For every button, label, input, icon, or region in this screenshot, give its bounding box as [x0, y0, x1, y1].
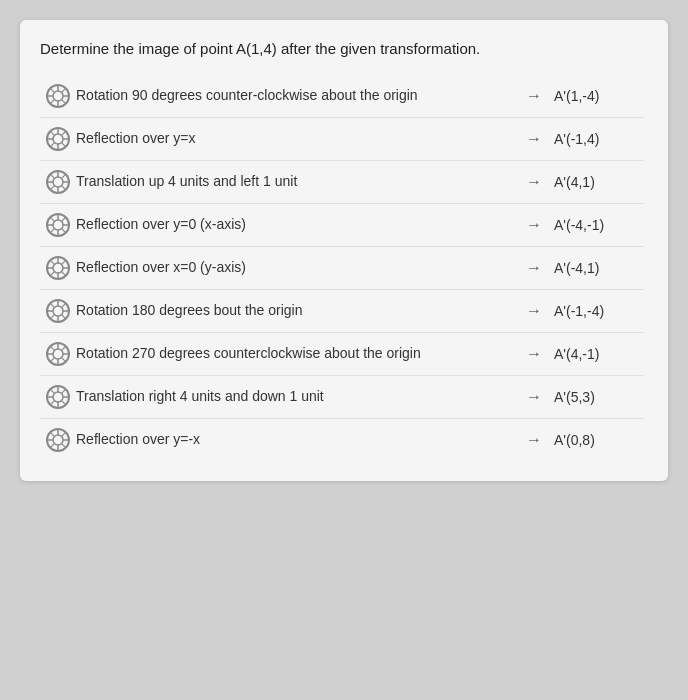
- svg-point-21: [53, 177, 63, 187]
- svg-line-27: [62, 186, 66, 190]
- svg-line-29: [50, 186, 54, 190]
- svg-line-36: [50, 217, 54, 221]
- rows-container: Rotation 90 degrees counter-clockwise ab…: [40, 75, 644, 461]
- svg-line-48: [62, 260, 66, 264]
- drag-handle-icon: [40, 255, 76, 281]
- transformation-description: Rotation 90 degrees counter-clockwise ab…: [76, 86, 514, 106]
- svg-line-79: [50, 401, 54, 405]
- svg-line-76: [50, 389, 54, 393]
- svg-line-8: [62, 88, 66, 92]
- transformation-description: Reflection over y=x: [76, 129, 514, 149]
- svg-line-69: [50, 358, 54, 362]
- svg-line-18: [62, 131, 66, 135]
- svg-line-47: [62, 272, 66, 276]
- drag-handle-icon: [40, 126, 76, 152]
- transformation-description: Reflection over y=-x: [76, 430, 514, 450]
- table-row[interactable]: Rotation 90 degrees counter-clockwise ab…: [40, 75, 644, 118]
- svg-line-19: [50, 143, 54, 147]
- arrow-icon: →: [514, 431, 554, 449]
- drag-handle-icon: [40, 298, 76, 324]
- arrow-icon: →: [514, 345, 554, 363]
- svg-point-71: [53, 392, 63, 402]
- svg-line-66: [50, 346, 54, 350]
- arrow-icon: →: [514, 302, 554, 320]
- transformation-result: A'(0,8): [554, 432, 644, 448]
- svg-line-37: [62, 229, 66, 233]
- svg-line-6: [50, 88, 54, 92]
- svg-line-16: [50, 131, 54, 135]
- drag-handle-icon: [40, 341, 76, 367]
- transformation-result: A'(4,1): [554, 174, 644, 190]
- arrow-icon: →: [514, 173, 554, 191]
- transformation-description: Rotation 180 degrees bout the origin: [76, 301, 514, 321]
- main-card: Determine the image of point A(1,4) afte…: [20, 20, 668, 481]
- drag-handle-icon: [40, 83, 76, 109]
- svg-line-68: [62, 346, 66, 350]
- svg-line-87: [62, 444, 66, 448]
- transformation-description: Translation right 4 units and down 1 uni…: [76, 387, 514, 407]
- svg-line-57: [62, 315, 66, 319]
- svg-line-89: [50, 444, 54, 448]
- svg-line-17: [62, 143, 66, 147]
- svg-line-59: [50, 315, 54, 319]
- svg-line-56: [50, 303, 54, 307]
- table-row[interactable]: Reflection over y=x→A'(-1,4): [40, 118, 644, 161]
- table-row[interactable]: Translation up 4 units and left 1 unit→A…: [40, 161, 644, 204]
- transformation-description: Translation up 4 units and left 1 unit: [76, 172, 514, 192]
- arrow-icon: →: [514, 259, 554, 277]
- svg-line-26: [50, 174, 54, 178]
- table-row[interactable]: Rotation 270 degrees counterclockwise ab…: [40, 333, 644, 376]
- transformation-description: Reflection over y=0 (x-axis): [76, 215, 514, 235]
- svg-line-46: [50, 260, 54, 264]
- drag-handle-icon: [40, 169, 76, 195]
- svg-point-31: [53, 220, 63, 230]
- transformation-description: Reflection over x=0 (y-axis): [76, 258, 514, 278]
- svg-point-1: [53, 91, 63, 101]
- svg-line-39: [50, 229, 54, 233]
- arrow-icon: →: [514, 87, 554, 105]
- svg-line-88: [62, 432, 66, 436]
- page-title: Determine the image of point A(1,4) afte…: [40, 40, 644, 57]
- svg-point-41: [53, 263, 63, 273]
- svg-point-11: [53, 134, 63, 144]
- svg-line-58: [62, 303, 66, 307]
- transformation-description: Rotation 270 degrees counterclockwise ab…: [76, 344, 514, 364]
- svg-line-86: [50, 432, 54, 436]
- drag-handle-icon: [40, 384, 76, 410]
- svg-line-77: [62, 401, 66, 405]
- transformation-result: A'(-1,4): [554, 131, 644, 147]
- svg-line-49: [50, 272, 54, 276]
- table-row[interactable]: Translation right 4 units and down 1 uni…: [40, 376, 644, 419]
- svg-line-38: [62, 217, 66, 221]
- table-row[interactable]: Rotation 180 degrees bout the origin→A'(…: [40, 290, 644, 333]
- svg-line-28: [62, 174, 66, 178]
- svg-point-81: [53, 435, 63, 445]
- table-row[interactable]: Reflection over x=0 (y-axis)→A'(-4,1): [40, 247, 644, 290]
- svg-line-67: [62, 358, 66, 362]
- table-row[interactable]: Reflection over y=-x→A'(0,8): [40, 419, 644, 461]
- svg-line-78: [62, 389, 66, 393]
- svg-line-7: [62, 100, 66, 104]
- svg-line-9: [50, 100, 54, 104]
- transformation-result: A'(5,3): [554, 389, 644, 405]
- transformation-result: A'(4,-1): [554, 346, 644, 362]
- arrow-icon: →: [514, 130, 554, 148]
- arrow-icon: →: [514, 388, 554, 406]
- transformation-result: A'(-1,-4): [554, 303, 644, 319]
- drag-handle-icon: [40, 427, 76, 453]
- svg-point-51: [53, 306, 63, 316]
- svg-point-61: [53, 349, 63, 359]
- table-row[interactable]: Reflection over y=0 (x-axis)→A'(-4,-1): [40, 204, 644, 247]
- arrow-icon: →: [514, 216, 554, 234]
- transformation-result: A'(-4,1): [554, 260, 644, 276]
- transformation-result: A'(-4,-1): [554, 217, 644, 233]
- drag-handle-icon: [40, 212, 76, 238]
- transformation-result: A'(1,-4): [554, 88, 644, 104]
